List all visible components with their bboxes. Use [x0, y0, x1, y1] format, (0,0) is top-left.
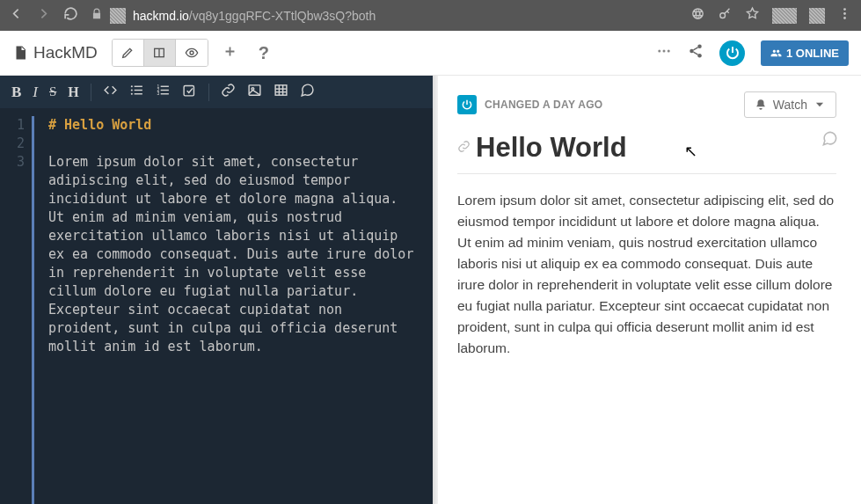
favicon-obscured: [110, 8, 126, 24]
preview-top: CHANGED A DAY AGO Watch: [457, 91, 836, 118]
browser-nav: [9, 6, 78, 25]
svg-point-2: [843, 12, 846, 15]
ul-button[interactable]: [129, 83, 144, 101]
image-button[interactable]: [247, 83, 262, 101]
line-number: 3: [0, 153, 25, 172]
back-icon[interactable]: [9, 6, 24, 25]
svg-rect-28: [275, 85, 287, 95]
key-icon[interactable]: [718, 6, 733, 25]
editor-toolbar: B I S H 123: [0, 76, 433, 108]
avatar-obscured[interactable]: [809, 8, 825, 24]
svg-point-3: [843, 17, 846, 19]
author-avatar-icon: [457, 95, 477, 114]
menu-icon[interactable]: [837, 6, 852, 25]
app-header: HackMD ? 1 ONLINE: [0, 31, 861, 76]
table-button[interactable]: [274, 83, 288, 101]
svg-rect-22: [160, 86, 168, 87]
code-area[interactable]: # Hello World Lorem ipsum dolor sit amet…: [32, 116, 433, 504]
svg-point-13: [131, 85, 133, 87]
svg-rect-23: [160, 90, 168, 91]
reload-icon[interactable]: [63, 6, 78, 25]
svg-point-8: [663, 50, 666, 53]
editor-body-line: Lorem ipsum dolor sit amet, consectetur …: [48, 153, 415, 356]
changed-label: CHANGED A DAY AGO: [485, 99, 602, 111]
svg-point-14: [131, 89, 133, 91]
comment-bubble-icon[interactable]: [821, 130, 838, 150]
changed-indicator[interactable]: CHANGED A DAY AGO: [457, 95, 602, 114]
forward-icon[interactable]: [36, 6, 51, 25]
online-label: 1 ONLINE: [786, 47, 839, 60]
browser-chrome: hackmd.io/vq8y1ggqRFC-XTtlQbw3sQ?both: [0, 0, 861, 31]
link-button[interactable]: [221, 83, 236, 101]
mode-toggle: [112, 39, 208, 67]
svg-point-15: [131, 93, 133, 95]
italic-button[interactable]: I: [33, 84, 38, 101]
svg-rect-25: [184, 86, 193, 96]
url-bar[interactable]: hackmd.io/vq8y1ggqRFC-XTtlQbw3sQ?both: [91, 8, 678, 24]
svg-point-6: [190, 51, 193, 55]
online-button[interactable]: 1 ONLINE: [761, 40, 849, 66]
preview-body: Lorem ipsum dolor sit amet, consectetur …: [457, 190, 836, 359]
line-number: 1: [0, 116, 25, 135]
gutter: 1 2 3: [0, 116, 32, 504]
svg-point-11: [690, 49, 694, 54]
svg-point-7: [658, 50, 660, 53]
svg-text:3: 3: [157, 91, 159, 96]
svg-rect-24: [160, 93, 168, 94]
preview-pane: CHANGED A DAY AGO Watch Hello World ↖ Lo…: [438, 76, 861, 504]
svg-point-1: [843, 8, 846, 11]
bold-button[interactable]: B: [11, 84, 21, 101]
extension-obscured[interactable]: [772, 8, 797, 24]
url-text: hackmd.io/vq8y1ggqRFC-XTtlQbw3sQ?both: [133, 9, 376, 23]
app-logo[interactable]: HackMD: [12, 43, 98, 62]
svg-point-0: [720, 13, 726, 18]
line-number: 2: [0, 135, 25, 153]
editor-heading-line: # Hello World: [48, 116, 415, 135]
heading-button[interactable]: H: [68, 84, 78, 100]
editor-pane: B I S H 123 1 2 3 # Hello World: [0, 76, 433, 504]
watch-label: Watch: [773, 98, 807, 112]
new-icon[interactable]: [223, 44, 237, 62]
checklist-button[interactable]: [182, 83, 197, 101]
share-icon[interactable]: [688, 43, 704, 62]
permalink-icon[interactable]: [457, 140, 471, 157]
preview-title-row: Hello World: [457, 132, 836, 174]
mode-both-button[interactable]: [144, 40, 176, 66]
chevron-down-icon: [814, 99, 826, 111]
cursor-icon: ↖: [684, 142, 697, 161]
main-split: B I S H 123 1 2 3 # Hello World: [0, 76, 861, 504]
svg-rect-17: [134, 90, 142, 91]
more-icon[interactable]: [656, 43, 672, 62]
ol-button[interactable]: 123: [156, 83, 171, 101]
browser-right: [690, 6, 852, 25]
preview-title: Hello World: [476, 132, 627, 164]
svg-point-10: [697, 45, 702, 49]
code-button[interactable]: [103, 83, 118, 101]
header-right: 1 ONLINE: [656, 40, 849, 66]
watch-button[interactable]: Watch: [744, 91, 836, 118]
svg-point-9: [668, 50, 670, 53]
strike-button[interactable]: S: [49, 84, 56, 99]
svg-rect-18: [134, 93, 142, 94]
star-icon[interactable]: [745, 6, 760, 25]
mode-edit-button[interactable]: [113, 40, 144, 66]
header-actions: ?: [223, 43, 269, 63]
account-icon[interactable]: [719, 40, 745, 66]
svg-point-12: [697, 54, 702, 58]
comment-button[interactable]: [300, 83, 315, 101]
app-name: HackMD: [33, 43, 98, 62]
lock-icon: [91, 8, 103, 23]
svg-rect-16: [134, 86, 142, 87]
help-icon[interactable]: ?: [259, 43, 269, 63]
translate-icon[interactable]: [690, 6, 705, 25]
mode-view-button[interactable]: [176, 40, 208, 66]
editor-body[interactable]: 1 2 3 # Hello World Lorem ipsum dolor si…: [0, 108, 433, 504]
